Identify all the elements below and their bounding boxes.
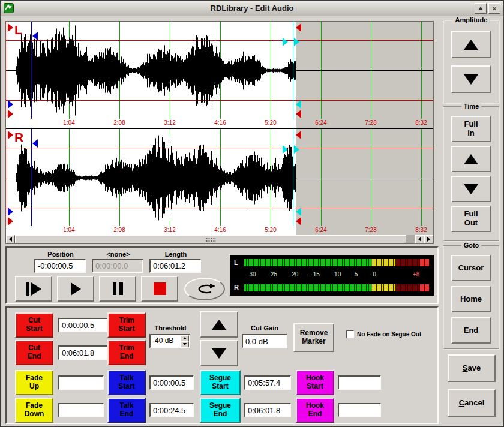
time-group-label: Time [461,103,481,110]
segue-start-field[interactable] [244,375,291,390]
scroll-right-button[interactable] [424,235,433,243]
threshold-down-button[interactable] [181,341,189,347]
fade-up-field[interactable] [58,375,104,390]
talk-end-button[interactable]: Talk End [107,398,146,423]
scrollbar-grip-icon [206,237,216,242]
hook-start-field[interactable] [338,375,381,390]
time-tick-label: 5:20 [259,119,283,126]
amplitude-group: Amplitude [443,20,500,104]
scrollbar-thumb[interactable] [15,235,406,243]
no-fade-checkbox[interactable] [346,330,354,338]
play-icon [71,282,81,296]
cancel-button-label: Cancel [459,399,485,408]
time-tick-label: 3:12 [158,227,182,233]
right-channel-waveform[interactable] [6,129,433,226]
hook-start-button[interactable]: Hook Start [296,370,334,395]
length-field[interactable] [149,259,201,273]
full-out-button[interactable]: Full Out [451,206,491,232]
meter-scale-label: 0 [373,271,376,278]
threshold-value[interactable]: -40 dB [151,335,181,347]
loop-button[interactable] [184,278,225,300]
time-tick-label: 4:16 [208,227,232,233]
time-tick-label: 6:24 [309,119,333,126]
shade-icon [478,7,483,10]
hook-end-field[interactable] [338,403,381,417]
transport-panel: Position <none> Length L [5,246,439,304]
time-axis-bottom: 1:04 2:08 3:12 4:16 5:20 6:24 7:28 8:32 [6,226,433,235]
cut-end-button[interactable]: Cut End [15,340,53,365]
fade-down-button[interactable]: Fade Down [15,398,53,423]
time-tick-label: 4:16 [208,119,232,126]
talk-start-button[interactable]: Talk Start [107,370,146,395]
time-axis-top: 1:04 2:08 3:12 4:16 5:20 6:24 7:28 8:32 [6,119,433,128]
pause-button[interactable] [99,276,136,302]
waveform-scrollbar[interactable] [6,235,433,243]
cut-gain-label: Cut Gain [241,324,289,332]
meter-left-label: L [234,259,238,266]
time-tick-label: 7:28 [359,227,383,233]
cut-start-field[interactable] [58,318,110,332]
gain-down-button[interactable] [200,340,238,366]
hook-end-button[interactable]: Hook End [296,398,334,423]
meter-scale-label: -5 [352,271,358,278]
arrow-up-icon [464,154,478,164]
spin-up-icon [183,337,187,339]
fade-down-field[interactable] [58,403,104,417]
marker-time-field [92,259,143,273]
position-field[interactable] [34,259,86,273]
gain-up-button[interactable] [200,311,238,338]
amplitude-down-button[interactable] [451,65,491,93]
amplitude-up-button[interactable] [451,31,491,58]
cut-start-button[interactable]: Cut Start [15,312,53,338]
spin-down-icon [183,343,187,345]
play-from-start-button[interactable] [15,276,52,302]
arrow-down-icon [464,74,478,85]
play-from-start-icon [26,282,41,296]
shade-window-button[interactable] [475,3,487,14]
meter-red-zone [420,284,429,291]
threshold-label: Threshold [148,324,193,332]
goto-cursor-button[interactable]: Cursor [451,255,491,281]
goto-group-label: Goto [461,242,482,249]
scroll-left-button-2[interactable] [415,235,424,243]
cut-end-field[interactable] [58,345,110,360]
zoom-in-time-button[interactable] [451,146,491,172]
loop-icon [194,283,215,295]
save-button[interactable]: Save [448,354,496,382]
edit-audio-window: RDLibrary - Edit Audio ✕ L 1:04 2:08 3:1… [0,0,504,427]
close-window-button[interactable]: ✕ [488,3,500,14]
cancel-button[interactable]: Cancel [448,389,496,417]
meter-dim-red-zone [396,284,420,291]
trim-start-button[interactable]: Trim Start [107,312,146,338]
time-tick-label: 1:04 [57,227,81,233]
meter-red-zone [420,259,429,266]
stop-button[interactable] [141,276,178,302]
fade-up-button[interactable]: Fade Up [15,370,53,395]
meter-green-zone [244,284,372,291]
segue-start-button[interactable]: Segue Start [200,370,241,395]
scroll-left-button[interactable] [6,235,15,243]
segue-end-button[interactable]: Segue End [200,398,241,423]
left-channel-waveform[interactable] [6,22,433,119]
cut-gain-field[interactable] [242,334,287,348]
segue-end-field[interactable] [244,403,291,417]
remove-marker-button[interactable]: Remove Marker [293,323,334,352]
time-tick-label: 1:04 [57,119,81,126]
threshold-spinbox[interactable]: -40 dB [149,334,190,348]
threshold-up-button[interactable] [181,335,189,341]
arrow-up-icon [212,320,226,330]
trim-end-button[interactable]: Trim End [107,340,146,365]
play-button[interactable] [57,276,94,302]
zoom-out-time-button[interactable] [451,176,491,202]
talk-start-field[interactable] [149,375,194,390]
time-tick-label: 2:08 [107,227,131,233]
no-fade-label: No Fade on Segue Out [357,331,421,338]
goto-home-button[interactable]: Home [451,286,491,312]
meter-right-label: R [234,284,239,291]
goto-end-button[interactable]: End [451,317,491,344]
talk-end-field[interactable] [149,403,194,417]
full-in-button[interactable]: Full In [451,116,491,142]
scroll-left-icon [418,237,421,242]
meter-scale-label: -30 [247,271,256,278]
titlebar[interactable]: RDLibrary - Edit Audio ✕ [1,1,503,16]
